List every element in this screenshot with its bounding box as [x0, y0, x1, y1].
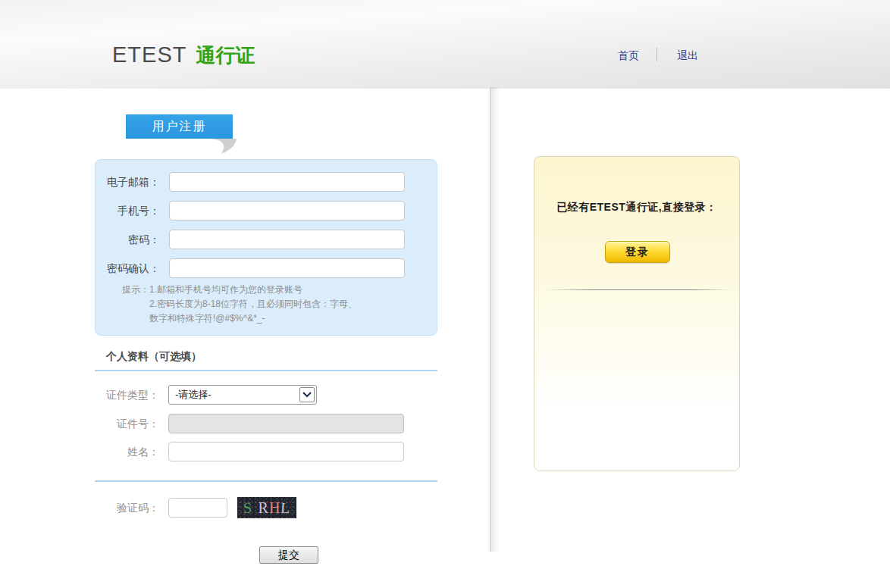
tab-tail-decoration	[211, 139, 238, 155]
captcha-image[interactable]: S R H L	[237, 497, 296, 518]
logo-text-pass: 通行证	[196, 44, 255, 67]
tips-line-2: 2.密码长度为8-18位字符，且必须同时包含：字母、	[149, 297, 429, 311]
submit-button[interactable]: 提交	[259, 546, 318, 564]
password-input[interactable]	[169, 230, 405, 249]
captcha-letter: R	[259, 500, 268, 515]
login-panel-divider	[545, 289, 730, 290]
login-panel: 已经有ETEST通行证,直接登录： 登录	[534, 156, 740, 471]
content-divider-shadow	[490, 87, 500, 552]
name-label: 姓名：	[95, 442, 159, 461]
chevron-down-icon	[299, 387, 315, 402]
login-prompt: 已经有ETEST通行证,直接登录：	[534, 201, 739, 214]
name-input[interactable]	[168, 442, 404, 461]
nav-logout-link[interactable]: 退出	[677, 49, 698, 61]
captcha-letter: L	[280, 500, 290, 516]
captcha-letter: S	[243, 500, 252, 516]
id-number-label: 证件号：	[95, 414, 159, 433]
captcha-letter: H	[269, 500, 280, 515]
captcha-label: 验证码：	[95, 498, 159, 518]
login-button[interactable]: 登录	[605, 241, 670, 263]
captcha-input[interactable]	[168, 498, 227, 518]
profile-section-title: 个人资料（可选填）	[106, 350, 202, 364]
mobile-input[interactable]	[169, 201, 405, 220]
nav-divider	[657, 48, 657, 61]
section-divider-bottom	[95, 480, 437, 482]
logo-text-etest: ETEST	[112, 42, 186, 67]
nav-home-link[interactable]: 首页	[618, 49, 639, 61]
tips-line-1: 提示：1.邮箱和手机号均可作为您的登录账号	[122, 283, 429, 297]
page: ETEST通行证 首页 退出 用户注册 电子邮箱： 手机号： 密码： 密码确认：…	[0, 0, 890, 588]
id-number-input	[168, 414, 404, 433]
site-logo: ETEST通行证	[112, 42, 255, 69]
password-label: 密码：	[96, 230, 160, 249]
password-tips: 提示：1.邮箱和手机号均可作为您的登录账号 2.密码长度为8-18位字符，且必须…	[96, 283, 429, 326]
section-divider-top	[95, 370, 437, 371]
register-tab: 用户注册	[126, 114, 233, 139]
mobile-label: 手机号：	[96, 201, 160, 220]
password-confirm-label: 密码确认：	[96, 258, 160, 278]
register-panel: 电子邮箱： 手机号： 密码： 密码确认： 提示：1.邮箱和手机号均可作为您的登录…	[95, 159, 437, 336]
id-type-selected-value: -请选择-	[175, 386, 212, 404]
password-confirm-input[interactable]	[169, 258, 405, 278]
tips-line-3: 数字和特殊字符!@#$%^&*_-	[149, 311, 429, 326]
email-input[interactable]	[169, 172, 405, 192]
id-type-select[interactable]: -请选择-	[168, 385, 317, 405]
id-type-label: 证件类型：	[95, 385, 159, 405]
header: ETEST通行证 首页 退出	[0, 0, 890, 89]
email-label: 电子邮箱：	[96, 172, 160, 192]
